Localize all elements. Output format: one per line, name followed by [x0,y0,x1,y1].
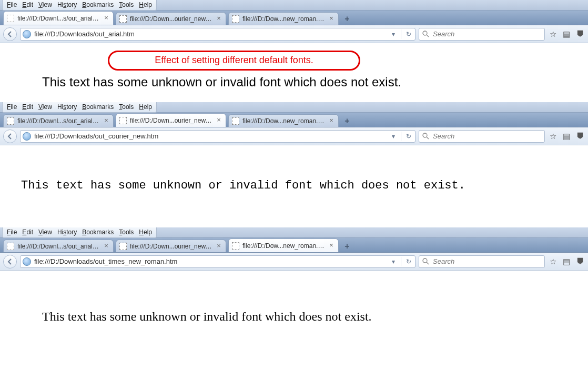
bookmark-star-icon[interactable]: ☆ [548,29,557,39]
pocket-icon[interactable]: ⛊ [575,132,585,141]
tab-favicon [7,15,14,22]
clipboard-icon[interactable]: ▤ [562,132,571,141]
tab-3[interactable]: file:///D:/Dow...new_roman.htm × [228,12,339,25]
svg-point-2 [423,133,427,137]
menu-edit[interactable]: Edit [20,103,35,111]
menu-view[interactable]: View [36,228,54,236]
urlbar[interactable]: ▾ ↻ [20,130,415,143]
menu-file[interactable]: File [5,103,19,111]
urlbar[interactable]: ▾ ↻ [20,255,415,268]
menu-help[interactable]: Help [137,228,154,236]
tab-close-icon[interactable]: × [215,15,222,23]
arrow-left-icon [7,133,13,140]
back-button[interactable] [3,255,17,268]
bookmark-star-icon[interactable]: ☆ [548,257,557,266]
menu-edit[interactable]: Edit [20,1,35,8]
menu-tools[interactable]: Tools [117,103,136,111]
sample-text-times: This text has some unknown or invalid fo… [42,310,583,324]
tab-favicon [232,117,239,125]
tab-close-icon[interactable]: × [328,117,335,125]
reload-icon[interactable]: ↻ [404,257,413,266]
tabstrip: file:///D:/Downl...s/out_arial.htm × fil… [0,11,588,25]
svg-line-3 [427,137,429,139]
dropdown-icon[interactable]: ▾ [389,30,398,38]
tab-favicon [232,15,239,23]
pocket-icon[interactable]: ⛊ [575,29,585,39]
globe-icon [23,257,31,266]
menu-history[interactable]: History [55,1,79,8]
sample-text-arial: This text has some unknown or invalid fo… [42,75,583,89]
menu-view[interactable]: View [36,1,54,8]
menu-history[interactable]: History [55,103,79,111]
tab-close-icon[interactable]: × [328,242,335,250]
tab-3[interactable]: file:///D:/Dow...new_roman.htm × [228,238,339,252]
arrow-left-icon [7,258,13,265]
tab-title: file:///D:/Down...ourier_new.htm [130,243,212,250]
menu-bookmarks[interactable]: Bookmarks [80,228,116,236]
tab-2[interactable]: file:///D:/Down...ourier_new.htm × [116,113,226,127]
search-input[interactable] [432,29,542,38]
tab-3[interactable]: file:///D:/Dow...new_roman.htm × [228,114,339,127]
menu-tools[interactable]: Tools [117,228,136,236]
clipboard-icon[interactable]: ▤ [562,29,571,39]
new-tab-button[interactable]: + [341,241,353,252]
tab-1[interactable]: file:///D:/Downl...s/out_arial.htm × [3,240,114,252]
page-content: Effect of setting different default font… [0,43,588,102]
toolbar-right: ☆ ▤ ⛊ [548,29,585,39]
new-tab-button[interactable]: + [341,115,353,127]
url-input[interactable] [33,257,387,266]
browser-window-3: File Edit View History Bookmarks Tools H… [0,227,588,375]
searchbar[interactable] [419,130,545,143]
search-input[interactable] [432,132,542,141]
tab-favicon [119,15,127,23]
url-input[interactable] [33,132,387,141]
tab-close-icon[interactable]: × [215,243,222,250]
tab-title: file:///D:/Dow...new_roman.htm [242,242,325,250]
tab-2[interactable]: file:///D:/Down...ourier_new.htm × [116,240,226,252]
back-button[interactable] [3,27,17,41]
tab-close-icon[interactable]: × [215,117,222,124]
tab-title: file:///D:/Dow...new_roman.htm [242,117,325,125]
back-button[interactable] [3,130,17,143]
pocket-icon[interactable]: ⛊ [575,257,585,266]
annotation-callout: Effect of setting different default font… [108,51,360,71]
menu-file[interactable]: File [5,1,19,8]
menu-file[interactable]: File [5,228,19,236]
tab-close-icon[interactable]: × [103,15,110,22]
menu-history[interactable]: History [55,228,79,236]
tab-favicon [119,243,127,250]
reload-icon[interactable]: ↻ [404,30,413,38]
urlbar-right: ▾ ↻ [389,132,413,141]
tab-2[interactable]: file:///D:/Down...ourier_new.htm × [116,12,226,25]
bookmark-star-icon[interactable]: ☆ [548,132,557,141]
reload-icon[interactable]: ↻ [404,132,413,141]
urlbar-right: ▾ ↻ [389,257,413,266]
menu-edit[interactable]: Edit [20,228,35,236]
menu-help[interactable]: Help [137,1,154,8]
tab-title: file:///D:/Down...ourier_new.htm [130,15,212,23]
tab-close-icon[interactable]: × [103,117,110,125]
searchbar[interactable] [419,255,545,268]
clipboard-icon[interactable]: ▤ [562,257,571,266]
new-tab-button[interactable]: + [341,13,353,25]
search-input[interactable] [432,257,542,266]
arrow-left-icon [7,31,13,37]
menu-area: File Edit View History Bookmarks Tools H… [2,227,157,238]
dropdown-icon[interactable]: ▾ [389,132,398,141]
tab-1[interactable]: file:///D:/Downl...s/out_arial.htm × [3,11,114,25]
tabstrip: file:///D:/Downl...s/out_arial.htm × fil… [0,238,588,253]
tab-1[interactable]: file:///D:/Downl...s/out_arial.htm × [3,114,114,127]
searchbar[interactable] [419,28,545,41]
menu-bookmarks[interactable]: Bookmarks [80,1,116,8]
urlbar[interactable]: ▾ ↻ [20,28,415,41]
url-input[interactable] [33,29,387,38]
menu-bookmarks[interactable]: Bookmarks [80,103,116,111]
tab-close-icon[interactable]: × [103,243,110,250]
dropdown-icon[interactable]: ▾ [389,257,398,266]
tab-close-icon[interactable]: × [328,15,335,23]
menu-help[interactable]: Help [137,103,154,111]
toolbar-right: ☆ ▤ ⛊ [548,132,585,141]
menu-tools[interactable]: Tools [117,1,136,8]
nav-toolbar: ▾ ↻ ☆ ▤ ⛊ [0,253,588,271]
menu-view[interactable]: View [36,103,54,111]
